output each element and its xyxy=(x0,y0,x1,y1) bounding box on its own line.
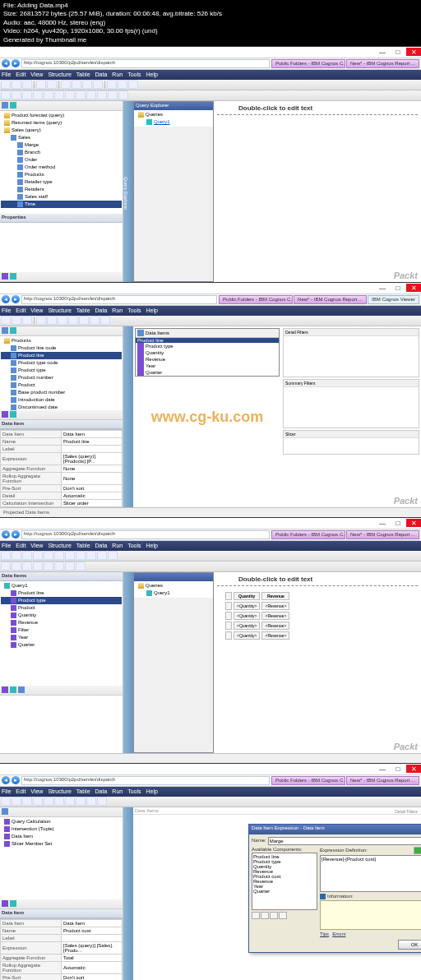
toolbar-button[interactable] xyxy=(36,80,46,89)
toolbar-button[interactable] xyxy=(44,562,53,571)
package-tree[interactable]: Products Product line code Product line … xyxy=(0,336,123,410)
toolbar-button[interactable] xyxy=(118,90,128,99)
toolbar-button[interactable] xyxy=(33,797,43,806)
toolbar-button[interactable] xyxy=(86,90,96,99)
close-button[interactable]: ✕ xyxy=(406,48,421,56)
refresh-icon[interactable] xyxy=(10,327,16,334)
menu-data[interactable]: Data xyxy=(95,307,108,313)
toolbar-button[interactable] xyxy=(33,90,43,99)
expression-box[interactable]: [Revenue]-[Product cost] xyxy=(320,855,421,892)
toolbar-button[interactable] xyxy=(33,551,43,560)
toolbox-icon[interactable] xyxy=(2,686,8,693)
menu-view[interactable]: View xyxy=(30,543,43,548)
toolbox-icon[interactable] xyxy=(2,411,8,418)
toolbox-tree[interactable]: Query Calculation Intersection (Tuple) D… xyxy=(0,817,123,899)
ok-button[interactable]: OK xyxy=(398,940,421,950)
url-field[interactable]: http://cognos:10300/p2pd/servlet/dispatc… xyxy=(21,776,270,785)
forward-button[interactable]: ► xyxy=(12,530,20,539)
name-input[interactable] xyxy=(268,837,421,845)
toolbar-button[interactable] xyxy=(65,797,75,806)
menu-data[interactable]: Data xyxy=(95,788,108,794)
menu-file[interactable]: File xyxy=(2,307,11,313)
toolbar-button[interactable] xyxy=(1,90,11,99)
crosstab[interactable]: QuantityRevenue <Quantity><Revenue> <Qua… xyxy=(224,590,291,641)
toolbox-icon[interactable] xyxy=(2,900,8,907)
toolbar-button[interactable] xyxy=(82,80,92,89)
menu-structure[interactable]: Structure xyxy=(48,72,71,77)
properties-grid[interactable]: Data ItemData Item NameProduct line Labe… xyxy=(0,429,123,507)
toolbar-button[interactable] xyxy=(108,551,118,560)
forward-button[interactable]: ► xyxy=(12,59,20,67)
browser-tab[interactable]: Public Folders - IBM Cognos C... xyxy=(271,776,345,785)
report-canvas[interactable]: Double-click to edit text QuantityRevenu… xyxy=(214,572,421,753)
forward-button[interactable]: ► xyxy=(12,776,20,784)
toolbar-button[interactable] xyxy=(76,562,86,571)
toolbar-button[interactable] xyxy=(118,80,127,89)
toolbar-button[interactable] xyxy=(44,90,53,99)
back-button[interactable]: ◄ xyxy=(2,776,10,784)
maximize-button[interactable]: □ xyxy=(391,284,405,292)
toolbar-button[interactable] xyxy=(58,316,67,325)
toolbar-button[interactable] xyxy=(86,797,96,806)
query1-link[interactable]: Query1 xyxy=(154,118,170,126)
maximize-button[interactable]: □ xyxy=(391,519,405,527)
toolbar-button[interactable] xyxy=(76,90,86,99)
tab-icon[interactable] xyxy=(252,912,260,919)
menu-structure[interactable]: Structure xyxy=(48,307,71,313)
toolbar-button[interactable] xyxy=(12,316,21,325)
menu-tools[interactable]: Tools xyxy=(127,72,141,77)
browser-tab[interactable]: New* - IBM Cognos Report ... xyxy=(346,59,419,68)
toolbar-button[interactable] xyxy=(97,551,107,560)
toolbar-button[interactable] xyxy=(65,551,75,560)
toolbar-button[interactable] xyxy=(22,551,32,560)
toolbar-button[interactable] xyxy=(22,562,32,571)
menu-run[interactable]: Run xyxy=(112,788,123,794)
minimize-button[interactable]: — xyxy=(375,284,390,292)
menu-help[interactable]: Help xyxy=(146,788,158,794)
browser-tab[interactable]: New* - IBM Cognos Report ... xyxy=(346,776,419,785)
query-explorer-tab[interactable] xyxy=(123,572,133,753)
menu-structure[interactable]: Structure xyxy=(48,543,71,548)
toolbar-button[interactable] xyxy=(54,562,64,571)
toolbar-button[interactable] xyxy=(36,316,46,325)
menu-view[interactable]: View xyxy=(30,72,43,77)
toolbar-button[interactable] xyxy=(1,562,11,571)
menu-tools[interactable]: Tools xyxy=(127,543,141,548)
toolbar-button[interactable] xyxy=(100,316,110,325)
toolbox-icon[interactable] xyxy=(10,686,16,693)
validate-icon[interactable] xyxy=(414,847,421,854)
toolbar-button[interactable] xyxy=(1,316,11,325)
toolbar-button[interactable] xyxy=(90,316,99,325)
toolbar-button[interactable] xyxy=(54,551,64,560)
back-button[interactable]: ◄ xyxy=(2,530,10,539)
menu-data[interactable]: Data xyxy=(95,543,108,548)
browser-tab[interactable]: New* - IBM Cognos Report ... xyxy=(346,530,419,539)
browser-tab[interactable]: New* - IBM Cognos Report ... xyxy=(294,295,367,304)
menu-tools[interactable]: Tools xyxy=(127,788,141,794)
menu-table[interactable]: Table xyxy=(76,543,90,548)
toolbar-button[interactable] xyxy=(76,797,86,806)
menu-view[interactable]: View xyxy=(30,788,43,794)
toolbar-button[interactable] xyxy=(76,551,86,560)
forward-button[interactable]: ► xyxy=(12,295,20,303)
toolbar-button[interactable] xyxy=(44,551,53,560)
toolbar-button[interactable] xyxy=(12,551,21,560)
toolbar-button[interactable] xyxy=(65,90,75,99)
data-items-tree[interactable]: Query1 Product line Product type Product… xyxy=(0,581,123,686)
close-button[interactable]: ✕ xyxy=(406,519,421,527)
menu-edit[interactable]: Edit xyxy=(16,788,25,794)
menu-edit[interactable]: Edit xyxy=(16,543,25,548)
toolbar-button[interactable] xyxy=(54,90,64,99)
toolbar-button[interactable] xyxy=(1,551,11,560)
toolbar-button[interactable] xyxy=(22,316,32,325)
menu-table[interactable]: Table xyxy=(76,72,90,77)
toolbar-button[interactable] xyxy=(22,80,32,89)
query-explorer-tab[interactable] xyxy=(123,807,133,980)
toolbar-button[interactable] xyxy=(47,80,57,89)
browser-tab-viewer[interactable]: IBM Cognos Viewer xyxy=(368,295,419,304)
toolbar-button[interactable] xyxy=(1,80,11,89)
toolbar-button[interactable] xyxy=(1,797,11,806)
toolbar-button[interactable] xyxy=(61,80,71,89)
query-explorer-tab[interactable]: Query Explorer xyxy=(123,101,133,282)
toolbar-button[interactable] xyxy=(65,562,75,571)
